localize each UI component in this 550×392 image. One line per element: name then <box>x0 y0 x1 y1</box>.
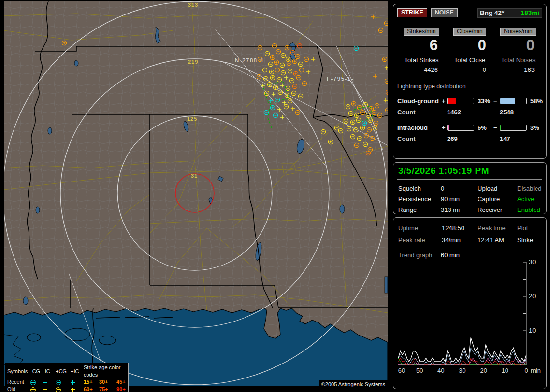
strikes-column: Strikes/min 6 Total Strikes 4426 <box>397 27 446 73</box>
plus-sign: + <box>442 98 447 105</box>
noises-per-min-chip[interactable]: Noises/min <box>500 28 536 36</box>
recent-neg-ic-icon <box>43 382 47 383</box>
legend-old-label: Old <box>7 386 30 392</box>
trend-graph-value: 60 min <box>441 252 460 259</box>
persistence-label: Persistence <box>398 196 441 203</box>
svg-text:20: 20 <box>480 367 487 374</box>
range-value: 313 mi <box>441 206 478 213</box>
status-panel: 3/5/2026 1:05:19 PM Squelch 0 Upload Dis… <box>393 162 547 214</box>
age-15: 15+ <box>84 378 99 386</box>
uptime-label: Uptime <box>398 224 442 232</box>
legend-col-pos-ic: +IC <box>71 368 84 375</box>
map-canvas[interactable]: 313 219 125 31 N-2788-4 F-795-1- <box>4 1 388 386</box>
peak-rate-value: 34/min <box>442 237 478 244</box>
capture-status: Active <box>517 196 542 203</box>
cg-positive-count: 1462 <box>447 109 500 116</box>
total-strikes-label: Total Strikes <box>397 56 446 64</box>
svg-text:50: 50 <box>416 367 423 374</box>
intracloud-label: Intracloud <box>397 124 442 131</box>
uptime-value: 1248:50 <box>442 224 478 232</box>
svg-text:40: 40 <box>437 367 444 374</box>
age-30: 30+ <box>99 378 116 386</box>
strikes-per-min-value: 6 <box>397 37 446 54</box>
lightning-map[interactable]: 313 219 125 31 N-2788-4 F-795-1- Symbols… <box>4 1 388 386</box>
svg-text:0: 0 <box>524 367 528 374</box>
receiver-status: Enabled <box>517 206 542 213</box>
ic-positive-pct: 6% <box>475 124 493 131</box>
old-neg-ic-icon <box>43 389 47 390</box>
ring-label-125: 125 <box>187 116 197 122</box>
peak-rate-label: Peak rate <box>398 237 442 244</box>
legend-col-neg-ic: -IC <box>43 368 56 375</box>
ic-positive-bar-fill <box>448 125 449 130</box>
svg-text:20: 20 <box>529 293 536 300</box>
copyright-notice: ©2005 Astrogenic Systems <box>319 380 388 388</box>
upload-label: Upload <box>478 185 517 192</box>
map-legend: Symbols -CG -IC +CG +IC Strike age color… <box>5 363 129 392</box>
svg-text:10: 10 <box>502 367 508 374</box>
legend-col-neg-cg: -CG <box>30 368 43 375</box>
close-column: Close/min 0 Total Close 0 <box>446 27 494 73</box>
storm-cell-label-1: N-2788-4 <box>235 57 264 63</box>
total-close-value: 0 <box>446 66 494 73</box>
cg-positive-bar <box>447 98 474 104</box>
bearing-value: Bng 42° <box>480 9 504 16</box>
svg-text:60: 60 <box>398 367 405 374</box>
age-90: 90+ <box>116 386 133 392</box>
ic-positive-bar <box>447 125 474 131</box>
cg-negative-pct: 58% <box>528 98 545 105</box>
bearing-readout: Bng 42° 183mi <box>477 8 542 18</box>
datetime-display: 3/5/2026 1:05:19 PM <box>397 165 542 180</box>
legend-age-title: Strike age color codes <box>84 364 133 378</box>
minus-sign: − <box>493 98 500 105</box>
legend-title: Symbols <box>7 368 30 375</box>
svg-text:10: 10 <box>529 327 536 334</box>
strike-button[interactable]: STRIKE <box>397 8 427 17</box>
noise-button[interactable]: NOISE <box>431 8 458 17</box>
age-60: 60+ <box>84 386 99 392</box>
cloud-ground-label: Cloud-ground <box>397 98 442 105</box>
total-noises-label: Total Noises <box>494 56 542 64</box>
capture-label: Capture <box>478 196 517 203</box>
upload-status: Disabled <box>517 185 542 192</box>
squelch-label: Squelch <box>398 185 441 192</box>
ic-negative-pct: 3% <box>528 124 545 131</box>
total-strikes-value: 4426 <box>397 66 446 73</box>
ic-negative-count: 147 <box>500 135 542 142</box>
strikes-per-min-chip[interactable]: Strikes/min <box>404 28 439 36</box>
recent-neg-cg-icon <box>30 380 36 385</box>
persistence-value: 90 min <box>441 196 478 203</box>
legend-recent-label: Recent <box>7 378 30 386</box>
intracloud-count-row: Count 269 147 <box>397 135 542 142</box>
total-noises-value: 163 <box>494 66 542 73</box>
age-45: 45+ <box>116 378 133 386</box>
cloud-ground-row: Cloud-ground + 33% − 58% <box>397 98 542 105</box>
cg-negative-bar-fill <box>500 98 515 104</box>
distribution-title: Lightning type distribution <box>397 83 542 92</box>
app-window: { "colors": { "green": "#00d800", "dim":… <box>0 0 550 392</box>
trend-graph-label: Trend graph <box>398 252 432 259</box>
cg-negative-bar <box>500 98 527 104</box>
age-75: 75+ <box>99 386 116 392</box>
count-label: Count <box>397 109 447 116</box>
plus-sign: + <box>442 124 447 131</box>
cloud-ground-count-row: Count 1462 2548 <box>397 109 542 116</box>
receiver-label: Receiver <box>478 206 517 213</box>
trend-graph: 1020306050403020100min <box>397 260 542 387</box>
storm-cell-label-2: F-795-1- <box>327 76 354 82</box>
svg-text:min: min <box>531 367 541 374</box>
close-per-min-chip[interactable]: Close/min <box>453 28 486 36</box>
ring-label-31: 31 <box>191 173 198 179</box>
old-neg-cg-icon <box>30 387 36 392</box>
cg-positive-pct: 33% <box>475 98 493 105</box>
trend-panel: Uptime 1248:50 Peak time Plot Peak rate … <box>393 217 547 389</box>
peak-time-label: Peak time <box>478 224 517 232</box>
lightning-distribution: Lightning type distribution Cloud-ground… <box>397 83 542 142</box>
close-per-min-value: 0 <box>446 37 494 54</box>
recent-pos-cg-icon <box>56 380 61 385</box>
minus-sign: − <box>493 124 500 131</box>
bearing-distance: 183mi <box>521 9 539 16</box>
intracloud-row: Intracloud + 6% − 3% <box>397 124 542 131</box>
ic-negative-bar <box>500 125 527 131</box>
count-label: Count <box>397 135 447 142</box>
